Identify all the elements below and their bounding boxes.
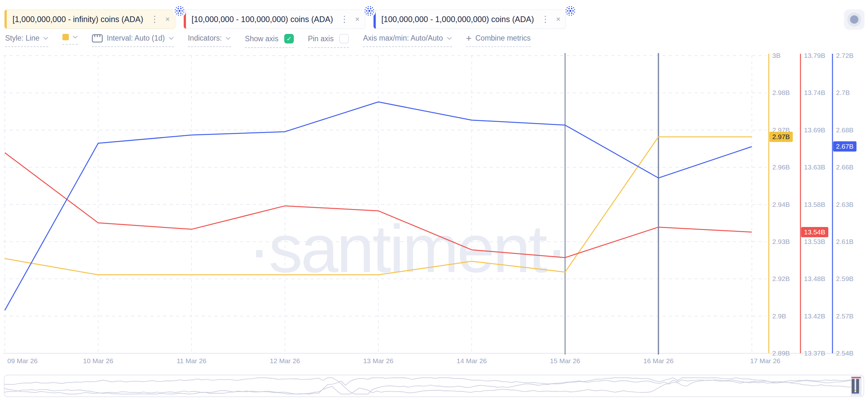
metric-chip[interactable]: [1,000,000,000 - infinity) coins (ADA)⋮×: [4, 9, 176, 29]
cardano-logo-icon: [564, 4, 577, 18]
axis-tick-label: 2.72B: [836, 52, 854, 60]
axis-tick-label: 13.74B: [804, 89, 826, 97]
current-value-badge: 2.67B: [833, 141, 857, 152]
axis-tick-label: 3B: [772, 52, 781, 60]
axis-tick-label: 13.42B: [804, 312, 826, 320]
date-label: 11 Mar 26: [177, 357, 207, 365]
axis-maxmin-label: Axis max/min: Auto/Auto: [363, 34, 443, 42]
chart-toolbar: Style: Line Interval: Auto (1d) Indicato…: [5, 34, 531, 48]
minimap-red-fragment: [851, 377, 861, 378]
date-label: 14 Mar 26: [456, 357, 487, 365]
axis-tick-label: 2.63B: [836, 201, 854, 208]
metric-label: [1,000,000,000 - infinity) coins (ADA): [12, 15, 144, 24]
axis-maxmin-selector[interactable]: Axis max/min: Auto/Auto: [363, 34, 452, 47]
axis-tick-label: 2.89B: [772, 350, 790, 357]
axis-tick-label: 2.68B: [836, 126, 854, 134]
axis-tick-label: 13.69B: [804, 126, 826, 134]
axis-tick-label: 2.9B: [772, 312, 786, 320]
combine-metrics-button[interactable]: + Combine metrics: [466, 34, 531, 47]
close-icon[interactable]: ×: [556, 15, 560, 23]
axis-tick-label: 2.93B: [772, 238, 790, 245]
show-axis-toggle[interactable]: Show axis ✓: [245, 34, 294, 48]
santiment-chart-app: [1,000,000,000 - infinity) coins (ADA)⋮×…: [0, 0, 868, 399]
kebab-menu-icon[interactable]: ⋮: [150, 15, 159, 24]
axis-tick-label: 13.53B: [804, 238, 826, 245]
chevron-down-icon: [169, 37, 174, 40]
date-label: 17 Mar 26: [750, 357, 781, 365]
axis-tick-label: 2.7B: [836, 89, 850, 97]
axis-tick-label: 13.79B: [804, 52, 826, 60]
show-axis-label: Show axis: [245, 35, 278, 43]
metric-color-picker[interactable]: [62, 34, 78, 45]
axis-tick-label: 2.94B: [772, 201, 790, 208]
chevron-down-icon: [73, 35, 78, 39]
pin-axis-label: Pin axis: [308, 35, 334, 43]
minimap-drag-handle[interactable]: [852, 379, 859, 394]
color-swatch: [62, 34, 69, 40]
chevron-down-icon: [447, 37, 452, 40]
metric-chips-row: [1,000,000,000 - infinity) coins (ADA)⋮×…: [4, 9, 566, 29]
axis-tick-label: 2.57B: [836, 312, 854, 320]
timeline-minimap[interactable]: [4, 375, 864, 397]
axis-tick-label: 2.96B: [772, 163, 790, 171]
metric-chip[interactable]: [10,000,000 - 100,000,000) coins (ADA)⋮×: [184, 9, 365, 29]
kebab-menu-icon[interactable]: ⋮: [340, 15, 349, 24]
pin-axis-checkbox[interactable]: [339, 34, 349, 43]
axis-tick-label: 2.98B: [772, 89, 790, 97]
plus-icon: +: [466, 35, 472, 41]
metric-chip[interactable]: [100,000,000 - 1,000,000,000) coins (ADA…: [373, 9, 566, 29]
axis-tick-label: 2.92B: [772, 275, 790, 282]
style-label: Style: Line: [5, 34, 39, 42]
circle-indicator-button[interactable]: [844, 9, 865, 30]
close-icon[interactable]: ×: [165, 15, 170, 23]
minimap-selection[interactable]: [851, 376, 862, 396]
axis-tick-label: 2.61B: [836, 238, 854, 245]
current-value-badge: 2.97B: [769, 132, 793, 142]
kebab-menu-icon[interactable]: ⋮: [541, 15, 550, 24]
indicators-selector[interactable]: Indicators:: [188, 34, 231, 47]
show-axis-checkbox[interactable]: ✓: [284, 34, 294, 43]
date-label: 16 Mar 26: [643, 357, 674, 365]
axis-tick-label: 2.54B: [836, 350, 854, 357]
chevron-down-icon: [226, 37, 231, 40]
close-icon[interactable]: ×: [355, 15, 360, 23]
chevron-down-icon: [43, 37, 48, 40]
metric-label: [100,000,000 - 1,000,000,000) coins (ADA…: [381, 15, 534, 24]
axis-tick-label: 2.66B: [836, 163, 854, 171]
interval-label: Interval: Auto (1d): [106, 34, 165, 42]
cardano-logo-icon: [173, 4, 186, 18]
axis-tick-label: 13.58B: [804, 201, 826, 208]
metric-label: [10,000,000 - 100,000,000) coins (ADA): [192, 15, 333, 24]
interval-selector[interactable]: Interval: Auto (1d): [92, 34, 174, 47]
axis-tick-label: 2.59B: [836, 275, 854, 282]
date-label: 09 Mar 26: [7, 357, 38, 365]
axis-tick-label: 13.37B: [804, 350, 826, 357]
style-selector[interactable]: Style: Line: [5, 34, 48, 47]
date-label: 10 Mar 26: [83, 357, 113, 365]
circle-icon: [847, 12, 861, 27]
chart-canvas: [0, 51, 868, 368]
axis-tick-label: 13.63B: [804, 163, 826, 171]
minimap-sparklines: [4, 375, 864, 396]
axis-tick-label: 13.48B: [804, 275, 826, 282]
cardano-logo-icon: [363, 4, 376, 18]
current-value-badge: 13.54B: [801, 227, 828, 237]
chart-plot-area[interactable]: ·santiment· 3B2.98B2.97B2.96B2.94B2.93B2…: [0, 51, 868, 368]
ruler-icon: [92, 34, 103, 42]
combine-metrics-label: Combine metrics: [475, 34, 531, 42]
pin-axis-toggle[interactable]: Pin axis: [308, 34, 349, 48]
date-label: 12 Mar 26: [270, 357, 300, 365]
date-label: 15 Mar 26: [550, 357, 580, 365]
date-label: 13 Mar 26: [363, 357, 394, 365]
indicators-label: Indicators:: [188, 34, 222, 42]
